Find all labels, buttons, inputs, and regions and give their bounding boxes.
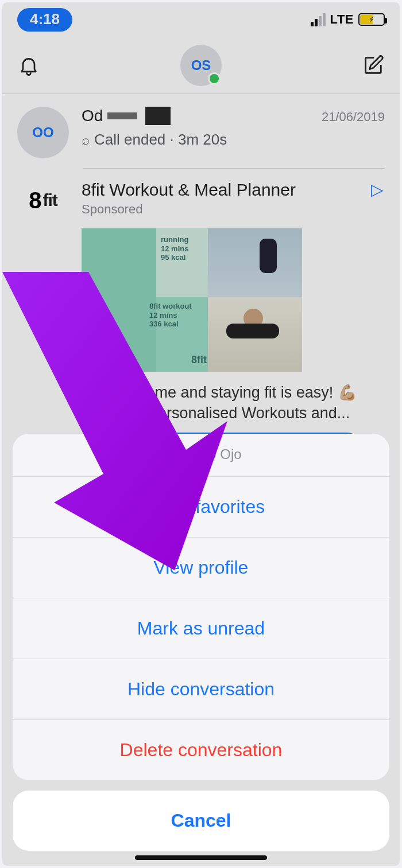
- action-view-profile[interactable]: View profile: [13, 538, 389, 598]
- action-hide-conversation[interactable]: Hide conversation: [13, 659, 389, 720]
- home-indicator[interactable]: [135, 855, 267, 860]
- notifications-icon[interactable]: [17, 54, 40, 77]
- action-sheet: Odunayo Ojo Add to favorites View profil…: [13, 434, 389, 780]
- call-ended-icon: ⌕: [82, 132, 90, 148]
- conversation-row[interactable]: OO Od 21/06/2019 ⌕ Call ended · 3m 20s: [2, 94, 400, 158]
- sponsored-label: Sponsored: [82, 202, 385, 217]
- app-header: OS: [2, 37, 400, 94]
- ad-logo: 8fit: [17, 184, 69, 217]
- cancel-button[interactable]: Cancel: [13, 791, 389, 851]
- ad-description: Staying home and staying fit is easy! 💪🏼…: [82, 382, 385, 423]
- ad-title: 8fit Workout & Meal Planner: [82, 180, 385, 200]
- action-mark-unread[interactable]: Mark as unread: [13, 598, 389, 659]
- signal-icon: [311, 13, 326, 26]
- ad-image: running 12 mins 95 kcal 8fit workout 12 …: [82, 228, 363, 372]
- action-add-favorites[interactable]: Add to favorites: [13, 477, 389, 538]
- my-avatar[interactable]: OS: [180, 45, 222, 86]
- conversation-subtitle: ⌕ Call ended · 3m 20s: [82, 131, 385, 149]
- presence-online-icon: [208, 72, 221, 85]
- sheet-title: Odunayo Ojo: [13, 434, 389, 477]
- contact-avatar: OO: [17, 107, 69, 158]
- compose-icon[interactable]: [362, 54, 385, 77]
- redacted-icon: [107, 112, 137, 119]
- adchoices-icon[interactable]: ▷: [371, 180, 384, 199]
- status-bar: 4:18 LTE ⚡︎: [2, 2, 400, 37]
- my-avatar-initials: OS: [191, 57, 211, 73]
- status-time: 4:18: [17, 8, 72, 32]
- redacted-icon: [145, 107, 171, 125]
- contact-initials: OO: [32, 124, 53, 141]
- network-type: LTE: [330, 12, 354, 27]
- contact-name: Od: [82, 107, 171, 125]
- battery-icon: ⚡︎: [358, 13, 385, 26]
- action-delete-conversation[interactable]: Delete conversation: [13, 720, 389, 780]
- conversation-date: 21/06/2019: [322, 110, 385, 124]
